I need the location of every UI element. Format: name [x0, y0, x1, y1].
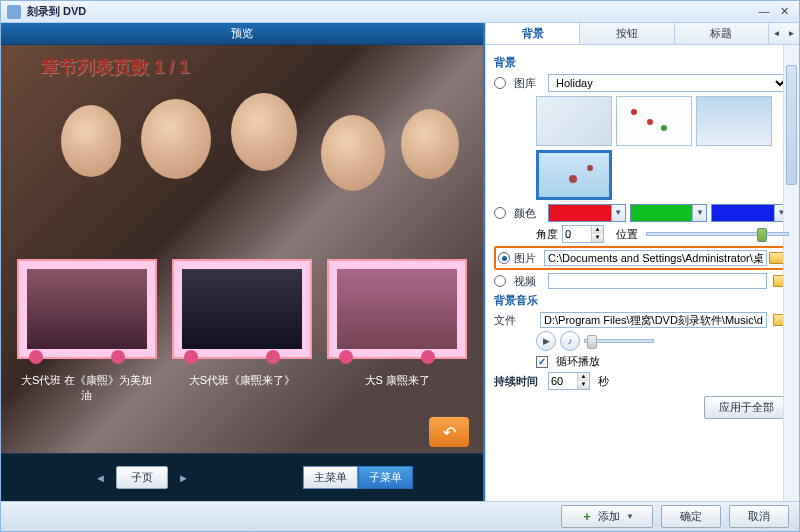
tab-scroll-right[interactable]: ► — [784, 23, 799, 44]
radio-library[interactable] — [494, 77, 506, 89]
thumb-caption: 大S 康煕来了 — [327, 373, 467, 388]
angle-spinner[interactable]: ▲▼ — [562, 225, 604, 243]
settings-tabs: 背景 按钮 标题 ◄ ► — [486, 23, 799, 45]
angle-input[interactable] — [563, 227, 591, 241]
mute-button[interactable]: ♪ — [560, 331, 580, 351]
bg-thumbnail-selected[interactable] — [536, 150, 612, 200]
image-row-highlighted: 图片 — [494, 246, 789, 270]
titlebar: 刻录到 DVD — ✕ — [1, 1, 799, 23]
prev-page-button[interactable]: ◄ — [91, 470, 110, 486]
duration-up[interactable]: ▲ — [577, 373, 589, 381]
chevron-down-icon: ▼ — [626, 512, 634, 521]
chapter-indicator: 章节列表页数 1 / 1 — [41, 55, 189, 79]
preview-body: 章节列表页数 1 / 1 大S代班 在《康煕》为美加油 大S代班《康煕来了》 大… — [1, 45, 483, 453]
undo-button[interactable]: ↶ — [429, 417, 469, 447]
music-path-input[interactable] — [540, 312, 767, 328]
chapter-thumb[interactable]: 大S代班 在《康煕》为美加油 — [17, 259, 157, 403]
image-label: 图片 — [514, 251, 544, 266]
angle-up[interactable]: ▲ — [591, 226, 603, 234]
chapter-thumb[interactable]: 大S代班《康煕来了》 — [172, 259, 312, 403]
music-section-title: 背景音乐 — [494, 293, 789, 308]
sub-menu-tab[interactable]: 子菜单 — [358, 466, 413, 489]
color-picker-3[interactable]: ▼ — [711, 204, 789, 222]
close-button[interactable]: ✕ — [775, 5, 793, 19]
loop-checkbox[interactable] — [536, 356, 548, 368]
preview-footer: ◄ 子页 ► 主菜单 子菜单 — [1, 453, 483, 501]
image-path-input[interactable] — [544, 250, 767, 266]
video-path-input[interactable] — [548, 273, 767, 289]
minimize-button[interactable]: — — [755, 5, 773, 19]
file-label: 文件 — [494, 313, 524, 328]
duration-input[interactable] — [549, 374, 577, 388]
play-button[interactable]: ▶ — [536, 331, 556, 351]
menu-type-toggle: 主菜单 子菜单 — [303, 466, 413, 489]
radio-color[interactable] — [494, 207, 506, 219]
color-label: 颜色 — [514, 206, 544, 221]
panel-scrollbar[interactable] — [783, 45, 799, 501]
library-label: 图库 — [514, 76, 544, 91]
thumb-caption: 大S代班 在《康煕》为美加油 — [17, 373, 157, 403]
ok-button[interactable]: 确定 — [661, 505, 721, 528]
bg-thumbnail[interactable] — [536, 96, 612, 146]
subpage-button[interactable]: 子页 — [116, 466, 168, 489]
radio-image[interactable] — [498, 252, 510, 264]
radio-video[interactable] — [494, 275, 506, 287]
library-thumbnails — [536, 96, 789, 200]
add-label: 添加 — [598, 509, 620, 524]
cancel-button[interactable]: 取消 — [729, 505, 789, 528]
main-menu-tab[interactable]: 主菜单 — [303, 466, 358, 489]
volume-slider[interactable] — [584, 339, 654, 343]
plus-icon: + — [580, 510, 594, 524]
library-select[interactable]: Holiday — [548, 74, 789, 92]
window-title: 刻录到 DVD — [27, 4, 86, 19]
video-label: 视频 — [514, 274, 544, 289]
tab-background[interactable]: 背景 — [486, 23, 580, 44]
duration-label: 持续时间 — [494, 374, 538, 389]
angle-down[interactable]: ▼ — [591, 234, 603, 242]
color-picker-1[interactable]: ▼ — [548, 204, 626, 222]
bg-section-title: 背景 — [494, 55, 789, 70]
settings-pane: 背景 按钮 标题 ◄ ► 背景 图库 Holiday — [485, 23, 799, 501]
tab-scroll-left[interactable]: ◄ — [769, 23, 784, 44]
bg-thumbnail[interactable] — [696, 96, 772, 146]
tab-button[interactable]: 按钮 — [580, 23, 674, 44]
position-label: 位置 — [616, 227, 638, 242]
angle-label: 角度 — [536, 227, 558, 242]
duration-unit: 秒 — [598, 374, 609, 389]
bg-thumbnail[interactable] — [616, 96, 692, 146]
loop-label: 循环播放 — [556, 354, 600, 369]
preview-header: 预览 — [1, 23, 483, 45]
duration-spinner[interactable]: ▲▼ — [548, 372, 590, 390]
add-button[interactable]: + 添加 ▼ — [561, 505, 653, 528]
apply-all-button[interactable]: 应用于全部 — [704, 396, 789, 419]
app-icon — [7, 5, 21, 19]
color-picker-2[interactable]: ▼ — [630, 204, 708, 222]
position-slider[interactable] — [646, 232, 789, 236]
preview-pane: 预览 章节列表页数 1 / 1 大S代班 在《康煕》为美加油 — [1, 23, 485, 501]
settings-panel: 背景 图库 Holiday — [486, 45, 799, 501]
chapter-thumb[interactable]: 大S 康煕来了 — [327, 259, 467, 403]
thumb-caption: 大S代班《康煕来了》 — [172, 373, 312, 388]
tab-title[interactable]: 标题 — [675, 23, 769, 44]
bottom-bar: + 添加 ▼ 确定 取消 — [1, 501, 799, 531]
next-page-button[interactable]: ► — [174, 470, 193, 486]
duration-down[interactable]: ▼ — [577, 381, 589, 389]
